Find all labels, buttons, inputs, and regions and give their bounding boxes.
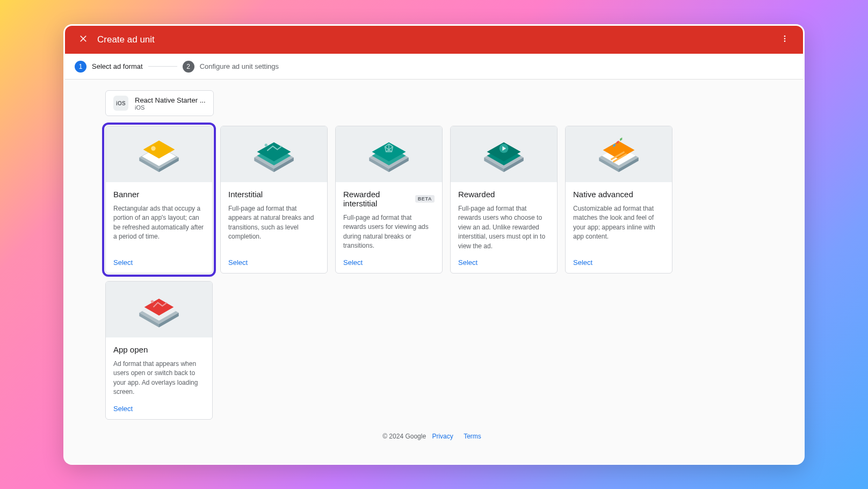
stepper: 1 Select ad format 2 Configure ad unit s… [65, 54, 803, 80]
step-1-number: 1 [75, 61, 86, 73]
app-open-icon [127, 287, 191, 332]
svg-point-1 [784, 38, 786, 40]
card-description: Customizable ad format that matches the … [573, 204, 664, 251]
app-name: React Native Starter ... [135, 96, 206, 104]
native-advanced-illustration [566, 126, 672, 182]
card-rewarded[interactable]: Rewarded Full-page ad format that reward… [450, 126, 558, 274]
svg-rect-42 [620, 138, 622, 141]
step-2-label: Configure ad unit settings [200, 62, 279, 70]
rewarded-icon [472, 132, 536, 177]
step-2[interactable]: 2 Configure ad unit settings [183, 61, 279, 73]
terms-link[interactable]: Terms [464, 433, 481, 440]
card-title: Banner [113, 190, 205, 199]
card-title: Rewarded [458, 190, 549, 199]
step-1[interactable]: 1 Select ad format [75, 61, 143, 73]
banner-illustration [106, 126, 212, 182]
select-button[interactable]: Select [113, 258, 133, 267]
platform-badge: iOS [113, 96, 128, 111]
card-rewarded-interstitial[interactable]: Rewarded interstitial BETA Full-page ad … [335, 126, 443, 274]
step-1-label: Select ad format [92, 62, 143, 70]
footer: © 2024 Google Privacy Terms [105, 420, 763, 449]
svg-point-50 [151, 300, 154, 303]
interstitial-icon [242, 132, 306, 177]
card-description: Full-page ad format that rewards users w… [458, 204, 549, 251]
step-connector [148, 66, 177, 67]
svg-point-2 [784, 40, 786, 42]
more-vert-icon [780, 34, 789, 45]
rewarded-illustration [451, 126, 557, 182]
rewarded-interstitial-icon [357, 132, 421, 177]
dialog-window: Create ad unit 1 Select ad format 2 Conf… [63, 24, 805, 465]
banner-icon [127, 132, 191, 177]
select-button[interactable]: Select [113, 405, 133, 413]
copyright-text: © 2024 Google [382, 433, 426, 440]
card-title: Interstitial [228, 190, 320, 199]
app-platform: iOS [135, 104, 206, 111]
close-icon [78, 34, 88, 46]
privacy-link[interactable]: Privacy [432, 433, 453, 440]
card-description: Rectangular ads that occupy a portion of… [113, 204, 205, 251]
card-title: App open [113, 345, 205, 354]
select-button[interactable]: Select [458, 258, 478, 267]
select-button[interactable]: Select [573, 258, 592, 267]
card-title: Rewarded interstitial BETA [343, 190, 435, 208]
rewarded-interstitial-illustration [336, 126, 442, 182]
ad-format-grid: Banner Rectangular ads that occupy a por… [105, 126, 763, 420]
step-2-number: 2 [183, 61, 194, 73]
svg-point-12 [151, 146, 155, 150]
card-description: Full-page ad format that rewards users f… [343, 213, 435, 251]
close-button[interactable] [73, 29, 94, 51]
content-area: iOS React Native Starter ... iOS [65, 80, 803, 463]
native-advanced-icon [587, 132, 651, 177]
card-banner[interactable]: Banner Rectangular ads that occupy a por… [105, 126, 213, 274]
dialog-title: Create ad unit [97, 34, 155, 45]
card-app-open[interactable]: App open Ad format that appears when use… [105, 281, 213, 420]
card-interstitial[interactable]: Interstitial Full-page ad format that ap… [220, 126, 328, 274]
select-button[interactable]: Select [228, 258, 248, 267]
more-options-button[interactable] [774, 29, 795, 51]
app-open-illustration [106, 282, 212, 337]
dialog-titlebar: Create ad unit [65, 26, 803, 54]
interstitial-illustration [221, 126, 327, 182]
svg-point-0 [784, 35, 786, 37]
card-native-advanced[interactable]: Native advanced Customizable ad format t… [565, 126, 672, 274]
select-button[interactable]: Select [343, 258, 363, 267]
app-chip[interactable]: iOS React Native Starter ... iOS [105, 90, 214, 116]
beta-badge: BETA [415, 195, 435, 203]
card-description: Full-page ad format that appears at natu… [228, 204, 320, 251]
card-description: Ad format that appears when users open o… [113, 359, 205, 397]
card-title: Native advanced [573, 190, 664, 199]
svg-point-18 [265, 143, 267, 146]
